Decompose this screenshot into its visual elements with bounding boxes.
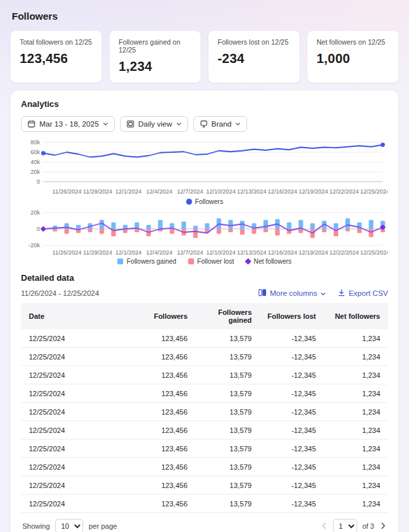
cell-value: 123,456 [131,366,195,384]
date-range-dropdown[interactable]: Mar 13 - 18, 2025 [21,116,115,132]
gained-square-icon [117,258,123,264]
svg-text:11/26/2024: 11/26/2024 [52,188,81,195]
stat-label: Followers lost on 12/25 [218,38,290,46]
prev-page-button[interactable] [321,520,328,532]
cell-value: -12,345 [260,458,324,476]
cell-value: 13,579 [195,476,260,495]
detailed-data-table: DateFollowersFollowers gainedFollowers l… [21,303,388,513]
monitor-icon [200,120,208,128]
stat-value: 123,456 [20,51,92,66]
svg-text:12/13/2024: 12/13/2024 [237,249,266,256]
cell-value: 13,579 [195,421,260,440]
followers-line-chart: 80k60k40k20k011/26/202411/29/202412/1/20… [21,137,388,197]
chevron-down-icon [235,122,241,126]
page-size-select[interactable]: 10 [55,519,83,532]
svg-text:12/25/2024: 12/25/2024 [360,249,388,256]
legend-item-net: Net followers [246,258,292,265]
page-select[interactable]: 1 [333,519,357,532]
legend-item-lost: Follower lost [188,258,234,265]
view-mode-label: Daily view [138,120,172,128]
cell-value: -12,345 [260,476,324,495]
cell-value: 123,456 [131,348,195,366]
svg-text:12/7/2024: 12/7/2024 [177,249,203,256]
column-header-followers: Followers [131,303,195,329]
cell-value: 1,234 [324,458,388,476]
svg-text:0: 0 [37,178,40,185]
cell-value: 13,579 [195,384,260,403]
cell-value: 13,579 [195,348,260,366]
svg-text:11/26/2024: 11/26/2024 [52,249,81,256]
cell-value: 13,579 [195,329,260,348]
chevron-right-icon [381,522,385,531]
gained-lost-bar-chart: 20k0-20k11/26/202411/29/202412/1/202412/… [21,209,388,257]
view-mode-dropdown[interactable]: Daily view [120,116,188,132]
svg-text:12/22/2024: 12/22/2024 [329,249,359,256]
showing-label: Showing [22,522,50,530]
stat-label: Total followers on 12/25 [20,38,92,46]
svg-text:20k: 20k [30,169,40,175]
svg-text:12/16/2024: 12/16/2024 [267,249,297,256]
account-dropdown[interactable]: Brand [193,116,248,132]
next-page-button[interactable] [380,520,387,532]
cell-value: -12,345 [260,440,324,458]
table-date-range: 11/26/2024 - 12/25/2024 [21,289,99,297]
stat-label: Followers gained on 12/25 [119,38,191,54]
cell-value: 1,234 [324,329,388,348]
cell-value: 13,579 [195,403,260,421]
cell-value: 1,234 [324,366,388,384]
stat-card-followers-lost: Followers lost on 12/25 -234 [208,31,300,83]
cell-value: 13,579 [195,458,260,476]
chevron-down-icon [321,289,326,297]
per-page-label: per page [88,522,117,530]
legend-item-followers: Followers [186,198,224,205]
legend-item-gained: Followers gained [117,258,176,265]
legend-label: Followers [195,198,224,205]
table-row: 12/25/2024123,45613,579-12,3451,234 [21,421,388,440]
cell-value: -12,345 [260,329,324,348]
svg-text:11/29/2024: 11/29/2024 [83,249,112,256]
legend-label: Net followers [254,258,292,265]
export-csv-button[interactable]: Export CSV [338,289,388,298]
followers-dot-icon [186,199,192,205]
table-row: 12/25/2024123,45613,579-12,3451,234 [21,366,388,384]
svg-text:60k: 60k [30,149,40,155]
cell-value: 13,579 [195,366,260,384]
stat-card-followers-gained: Followers gained on 12/25 1,234 [109,31,201,83]
chevron-left-icon [322,522,326,531]
cell-value: 1,234 [324,348,388,366]
cell-value: -12,345 [260,348,324,366]
more-columns-label: More columns [270,289,317,297]
cell-value: -12,345 [260,495,324,513]
cell-value: -12,345 [260,403,324,421]
cell-date: 12/25/2024 [21,403,131,421]
table-row: 12/25/2024123,45613,579-12,3451,234 [21,495,388,513]
stat-value: -234 [218,51,290,66]
svg-text:-20k: -20k [28,242,40,249]
stat-cards-row: Total followers on 12/25 123,456 Followe… [10,31,399,83]
page-count-label: of 3 [362,522,374,530]
svg-text:12/7/2024: 12/7/2024 [177,188,203,195]
analytics-card: Analytics Mar 13 - 18, 2025 [10,91,399,532]
svg-text:12/19/2024: 12/19/2024 [298,249,328,256]
line-chart-legend: Followers [21,198,388,205]
chevron-down-icon [176,122,182,126]
cell-date: 12/25/2024 [21,476,131,495]
page-title: Followers [10,9,399,31]
table-header-row: DateFollowersFollowers gainedFollowers l… [21,303,388,329]
cell-value: 123,456 [131,440,195,458]
detailed-data-section: Detailed data 11/26/2024 - 12/25/2024 Mo… [21,273,388,532]
cell-value: 1,234 [324,440,388,458]
column-header-followers-lost: Followers lost [260,303,324,329]
svg-text:12/13/2024: 12/13/2024 [237,188,266,195]
more-columns-button[interactable]: More columns [258,289,326,298]
columns-icon [258,289,267,298]
cell-value: 123,456 [131,476,195,495]
download-icon [338,289,345,298]
table-row: 12/25/2024123,45613,579-12,3451,234 [21,476,388,495]
svg-text:80k: 80k [30,139,40,146]
cell-value: -12,345 [260,421,324,440]
bar-chart-legend: Followers gained Follower lost Net follo… [21,258,388,265]
view-icon [127,120,134,128]
cell-value: 1,234 [324,403,388,421]
cell-value: 13,579 [195,495,260,513]
